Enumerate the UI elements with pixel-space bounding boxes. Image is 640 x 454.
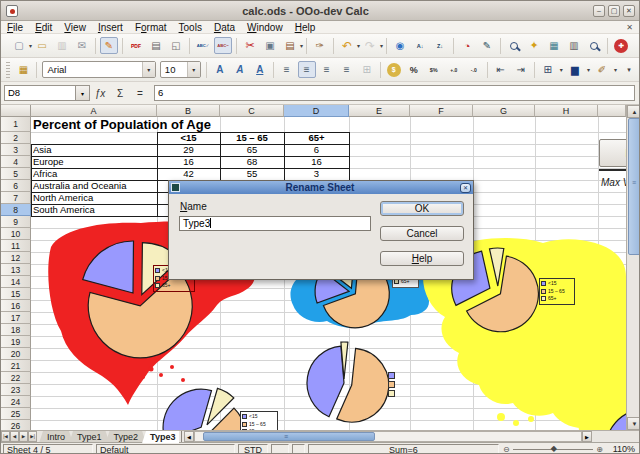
align-left-icon[interactable]: ≡	[278, 61, 296, 78]
menu-file[interactable]: File	[1, 21, 29, 34]
font-size-combo[interactable]: 10▾	[160, 61, 201, 78]
paste-icon[interactable]: ▤	[281, 37, 299, 54]
embedded-r-button[interactable]: R	[599, 139, 626, 167]
merge-cells-icon[interactable]: ⊞	[358, 61, 376, 78]
auto-spellcheck-icon[interactable]: ABC~	[214, 37, 232, 54]
minimize-icon[interactable]: –	[593, 5, 605, 17]
row-header-2[interactable]: 2	[1, 132, 31, 144]
ok-button[interactable]: OK	[380, 201, 464, 216]
horizontal-scroll-thumb[interactable]	[203, 432, 375, 441]
row-header-17[interactable]: 17	[1, 312, 31, 324]
zoom-out-icon[interactable]: ⊖	[503, 444, 510, 454]
border-color-icon-dropdown[interactable]: ▾	[612, 66, 619, 73]
row-header-6[interactable]: 6	[1, 180, 31, 192]
print-icon[interactable]: ▤	[147, 37, 165, 54]
menu-view[interactable]: View	[58, 21, 92, 34]
menu-insert[interactable]: Insert	[92, 21, 129, 34]
row-header-5[interactable]: 5	[1, 168, 31, 180]
toolbar-overflow-icon[interactable]: ▾	[632, 37, 640, 54]
row-header-26[interactable]: 26	[1, 420, 31, 430]
find-replace-icon[interactable]	[505, 37, 523, 54]
copy-icon[interactable]: ▣	[261, 37, 279, 54]
row-header-12[interactable]: 12	[1, 252, 31, 264]
column-header-F[interactable]: F	[410, 105, 473, 117]
menu-edit[interactable]: Edit	[29, 21, 58, 34]
cell-A1-title[interactable]: Percent of Population of Age	[33, 117, 211, 132]
chevron-down-icon[interactable]: ▾	[187, 62, 200, 77]
cut-icon[interactable]: ✂	[241, 37, 259, 54]
italic-icon[interactable]: A	[231, 61, 249, 78]
zoom-slider-thumb[interactable]: ◆	[551, 445, 557, 453]
equals-icon[interactable]: =	[130, 88, 150, 99]
decrease-indent-icon[interactable]: ⇤	[492, 61, 510, 78]
bold-icon[interactable]: A	[211, 61, 229, 78]
row-header-18[interactable]: 18	[1, 324, 31, 336]
row-header-7[interactable]: 7	[1, 192, 31, 204]
column-header-C[interactable]: C	[220, 105, 284, 117]
row-header-13[interactable]: 13	[1, 264, 31, 276]
row-header-10[interactable]: 10	[1, 228, 31, 240]
background-color-icon[interactable]: ▆	[566, 61, 584, 78]
spellcheck-icon[interactable]: ABC✓	[194, 37, 212, 54]
format-paintbrush-icon[interactable]: ✑	[311, 37, 329, 54]
menu-format[interactable]: Format	[129, 21, 173, 34]
row-header-11[interactable]: 11	[1, 240, 31, 252]
save-icon[interactable]: ▥	[53, 37, 71, 54]
menu-help[interactable]: Help	[289, 21, 322, 34]
maximize-icon[interactable]: ▢	[608, 5, 620, 17]
dialog-close-icon[interactable]: ✕	[460, 183, 471, 193]
underline-icon[interactable]: A	[251, 61, 269, 78]
cell-reference-box[interactable]: D8	[4, 85, 76, 101]
page-preview-icon[interactable]: ◱	[167, 37, 185, 54]
column-header-G[interactable]: G	[473, 105, 535, 117]
font-name-combo[interactable]: Arial▾	[42, 61, 155, 78]
email-icon[interactable]: ✉	[73, 37, 91, 54]
borders-icon[interactable]: ⊞	[539, 61, 557, 78]
row-header-22[interactable]: 22	[1, 372, 31, 384]
chart-icon[interactable]: ◔	[458, 37, 476, 54]
add-decimal-icon[interactable]: +.0	[445, 61, 463, 78]
close-icon[interactable]: ✕	[623, 5, 635, 17]
horizontal-scrollbar[interactable]	[194, 431, 582, 442]
row-header-3[interactable]: 3	[1, 144, 31, 156]
selection-mode-indicator[interactable]: STD	[238, 444, 268, 454]
sort-ascending-icon[interactable]: A↓	[411, 37, 429, 54]
formula-input[interactable]: 6	[154, 85, 635, 101]
row-header-15[interactable]: 15	[1, 288, 31, 300]
align-justify-icon[interactable]: ≡	[338, 61, 356, 78]
row-header-23[interactable]: 23	[1, 384, 31, 396]
export-pdf-icon[interactable]: PDF	[127, 37, 145, 54]
row-header-1[interactable]: 1	[1, 117, 31, 132]
document-close-icon[interactable]: ✕	[626, 23, 633, 32]
vertical-scrollbar[interactable]: ▲ ▼	[626, 105, 640, 430]
currency-icon[interactable]: $	[387, 63, 401, 77]
toolbar2-overflow-icon[interactable]: ▾	[620, 61, 638, 78]
row-header-19[interactable]: 19	[1, 336, 31, 348]
column-header-B[interactable]: B	[157, 105, 220, 117]
delete-decimal-icon[interactable]: -.0	[465, 61, 483, 78]
sheet-tab-type3[interactable]: Type3	[142, 431, 179, 443]
help-button[interactable]: Help	[380, 251, 464, 266]
menu-tools[interactable]: Tools	[173, 21, 208, 34]
function-wizard-icon[interactable]: ƒx	[90, 88, 110, 99]
draw-functions-icon[interactable]: ✎	[478, 37, 496, 54]
align-right-icon[interactable]: ≡	[318, 61, 336, 78]
sort-descending-icon[interactable]: Z↓	[431, 37, 449, 54]
cancel-button[interactable]: Cancel	[380, 226, 464, 241]
vertical-scroll-thumb[interactable]	[628, 118, 640, 255]
new-document-icon[interactable]: ▢	[10, 37, 28, 54]
row-header-14[interactable]: 14	[1, 276, 31, 288]
gallery-icon[interactable]: ▦	[545, 37, 563, 54]
sheet-name-input[interactable]: Type3	[179, 216, 371, 231]
hscroll-left-icon[interactable]: ◀	[184, 431, 194, 442]
redo-icon[interactable]: ↷	[361, 37, 379, 54]
row-header-24[interactable]: 24	[1, 396, 31, 408]
data-sources-icon[interactable]: ▥	[565, 37, 583, 54]
row-header-8[interactable]: 8	[1, 204, 31, 216]
edit-file-icon[interactable]: ✎	[100, 37, 118, 54]
zoom-in-icon[interactable]: ⊕	[596, 444, 603, 454]
navigator-icon[interactable]: ✦	[525, 37, 543, 54]
row-header-4[interactable]: 4	[1, 156, 31, 168]
previous-sheet-button[interactable]: ◀	[10, 431, 19, 442]
zoom-slider[interactable]: ◆	[513, 449, 594, 450]
